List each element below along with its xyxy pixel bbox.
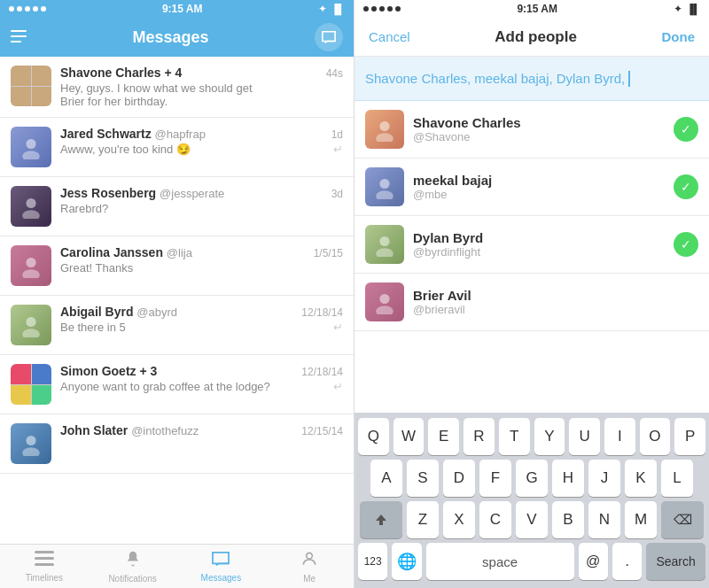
svg-point-1 [22, 151, 40, 159]
key-i[interactable]: I [604, 418, 635, 455]
key-e[interactable]: E [428, 418, 459, 455]
key-b[interactable]: B [552, 501, 584, 538]
message-content: Carolina Janssen @lija 1/5/15 Great! Tha… [60, 245, 343, 275]
me-label: Me [303, 574, 316, 584]
svg-point-7 [22, 329, 40, 337]
contact-item[interactable]: Dylan Byrd @byrdinflight ✓ [354, 216, 709, 274]
messages-list[interactable]: Shavone Charles + 4 44s Hey, guys. I kno… [0, 57, 354, 544]
dot3 [25, 6, 30, 12]
key-s[interactable]: S [407, 460, 439, 497]
message-preview: Be there in 5 ↵ [60, 321, 343, 334]
tab-notifications[interactable]: Notifications [89, 545, 177, 588]
key-g[interactable]: G [516, 460, 548, 497]
key-o[interactable]: O [640, 418, 671, 455]
tab-bar: Timelines Notifications Messages Me [0, 544, 354, 588]
svg-point-6 [26, 317, 35, 327]
key-p[interactable]: P [674, 418, 705, 455]
signal-dots [9, 6, 46, 12]
svg-rect-11 [35, 557, 54, 560]
tab-me[interactable]: Me [265, 545, 354, 588]
bluetooth-icon: ✦ [318, 3, 327, 15]
dot4 [33, 6, 38, 12]
message-item[interactable]: Abigail Byrd @abyrd 12/18/14 Be there in… [0, 296, 354, 355]
search-key[interactable]: Search [646, 543, 705, 580]
avatar [11, 186, 51, 227]
key-k[interactable]: K [625, 460, 657, 497]
avatar [11, 305, 51, 345]
contact-avatar [365, 110, 404, 149]
key-w[interactable]: W [393, 418, 425, 455]
message-text: Rarebrd? [60, 202, 273, 215]
svg-point-15 [376, 133, 393, 142]
compose-button[interactable] [315, 23, 343, 51]
svg-point-4 [26, 258, 35, 267]
svg-point-17 [376, 190, 393, 199]
edit-button[interactable] [11, 29, 27, 46]
key-c[interactable]: C [479, 501, 511, 538]
reply-icon: ↵ [333, 321, 343, 334]
shift-key[interactable] [360, 501, 402, 538]
notifications-label: Notifications [108, 574, 156, 584]
contact-item[interactable]: Brier Avil @brieravil [354, 274, 709, 331]
recipient-search-field[interactable]: Shavone Charles, meekal bajaj, Dylan Byr… [354, 57, 709, 101]
key-r[interactable]: R [464, 418, 495, 455]
svg-point-9 [22, 447, 40, 456]
key-j[interactable]: J [588, 460, 620, 497]
num-key[interactable]: 123 [358, 543, 387, 580]
at-key[interactable]: @ [579, 543, 608, 580]
cancel-button[interactable]: Cancel [369, 29, 410, 44]
contact-avatar [365, 167, 404, 206]
svg-point-18 [379, 236, 389, 246]
contact-item[interactable]: Shavone Charles @Shavone ✓ [354, 101, 709, 159]
reply-icon: ↵ [333, 143, 343, 156]
message-item[interactable]: John Slater @intothefuzz 12/15/14 [0, 414, 354, 474]
message-preview: Hey, guys. I know what we should get Bri… [60, 81, 343, 108]
tab-messages[interactable]: Messages [177, 545, 266, 588]
battery-icon: ▐▌ [686, 4, 700, 14]
svg-point-13 [307, 553, 313, 559]
message-text: Hey, guys. I know what we should get Bri… [60, 81, 273, 108]
left-status-icons: ✦ ▐▌ [318, 3, 345, 15]
contact-avatar [365, 225, 404, 264]
message-item[interactable]: Jess Rosenberg @jessperate 3d Rarebrd? [0, 177, 354, 236]
message-time: 12/18/14 [301, 366, 343, 378]
done-button[interactable]: Done [661, 29, 695, 44]
contact-item[interactable]: meekal bajaj @mbe ✓ [354, 159, 709, 216]
tab-timelines[interactable]: Timelines [0, 545, 89, 588]
key-d[interactable]: D [443, 460, 475, 497]
message-time: 3d [331, 188, 343, 200]
globe-key[interactable]: 🌐 [392, 543, 421, 580]
chip-shavone: Shavone Charles, [365, 71, 471, 86]
message-name: Carolina Janssen @lija [60, 245, 192, 259]
key-f[interactable]: F [479, 460, 511, 497]
chip-meekal: meekal bajaj, [474, 71, 552, 86]
key-y[interactable]: Y [534, 418, 565, 455]
key-t[interactable]: T [499, 418, 530, 455]
key-u[interactable]: U [569, 418, 600, 455]
messages-tab-label: Messages [201, 573, 242, 583]
delete-key[interactable]: ⌫ [661, 501, 704, 538]
message-item[interactable]: Carolina Janssen @lija 1/5/15 Great! Tha… [0, 236, 354, 296]
key-a[interactable]: A [370, 460, 402, 497]
message-item[interactable]: Simon Goetz + 3 12/18/14 Anyone want to … [0, 355, 354, 414]
reply-icon: ↵ [333, 380, 343, 393]
dot1 [9, 6, 14, 12]
message-item[interactable]: Shavone Charles + 4 44s Hey, guys. I kno… [0, 57, 354, 118]
message-time: 12/15/14 [301, 425, 343, 437]
key-z[interactable]: Z [407, 501, 439, 538]
dot4 [387, 6, 393, 12]
key-m[interactable]: M [625, 501, 657, 538]
svg-point-16 [379, 179, 389, 189]
messages-navbar: Messages [0, 18, 354, 57]
space-key[interactable]: space [426, 543, 574, 580]
message-item[interactable]: Jared Schwartz @hapfrap 1d Awww, you're … [0, 118, 354, 177]
contact-list[interactable]: Shavone Charles @Shavone ✓ meekal bajaj … [354, 101, 709, 413]
svg-point-0 [26, 139, 35, 149]
key-q[interactable]: Q [358, 418, 389, 455]
key-v[interactable]: V [516, 501, 548, 538]
key-n[interactable]: N [588, 501, 620, 538]
key-h[interactable]: H [552, 460, 584, 497]
period-key[interactable]: . [612, 543, 642, 580]
key-l[interactable]: L [661, 460, 693, 497]
key-x[interactable]: X [443, 501, 475, 538]
